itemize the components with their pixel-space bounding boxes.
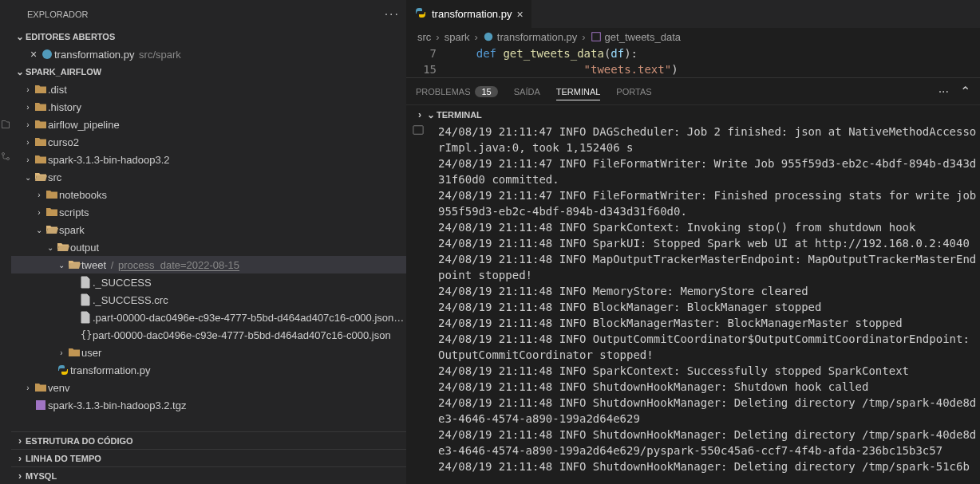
chevron-right-icon: › [22, 85, 34, 94]
tree-item[interactable]: ._SUCCESS.crc [11, 291, 406, 309]
source-control-icon[interactable] [1, 151, 10, 161]
tree-item-label: transformation.py [70, 364, 406, 376]
tree-item[interactable]: {}part-00000-dac0496e-c93e-4777-b5bd-d46… [11, 326, 406, 344]
tree-item-label: .history [48, 101, 406, 113]
breadcrumb-src[interactable]: src [417, 31, 431, 43]
chevron-down-icon: ⌄ [34, 226, 45, 234]
tree-item-label: tweet / process_date=2022-08-15 [81, 259, 406, 271]
more-actions-icon[interactable]: ··· [939, 85, 949, 99]
terminal-output[interactable]: 24/08/19 21:11:47 INFO DAGScheduler: Job… [433, 124, 980, 484]
chevron-right-icon: › [22, 155, 34, 164]
chevron-right-icon: › [34, 208, 45, 217]
line-number: 7 [406, 45, 449, 61]
chevron-right-icon: › [22, 384, 34, 392]
tree-item-label: spark-3.1.3-bin-hadoop3.2.tgz [48, 399, 406, 411]
tree-item-label: airflow_pipeline [48, 119, 406, 131]
workspace-section[interactable]: ⌄ SPARK_AIRFLOW [11, 63, 406, 81]
tree-item-label: user [81, 347, 406, 359]
chevron-right-icon: › [14, 435, 26, 447]
svg-point-0 [2, 153, 5, 155]
folder-open-icon [56, 241, 70, 254]
breadcrumb-file[interactable]: transformation.py [497, 31, 577, 43]
activity-bar [0, 0, 11, 484]
file-icon [78, 293, 93, 306]
timeline-label: LINHA DO TEMPO [26, 454, 101, 463]
breadcrumb-spark[interactable]: spark [445, 31, 470, 43]
python-icon [40, 48, 54, 61]
tree-item[interactable]: spark-3.1.3-bin-hadoop3.2.tgz [11, 396, 406, 414]
timeline-section[interactable]: › LINHA DO TEMPO [11, 449, 406, 466]
python-icon [483, 31, 494, 42]
tab-ports[interactable]: PORTAS [616, 87, 651, 96]
chevron-right-icon: › [34, 191, 45, 199]
close-icon[interactable]: × [516, 8, 523, 21]
outline-section[interactable]: › ESTRUTURA DO CÓDIGO [11, 431, 406, 449]
tree-item[interactable]: .part-00000-dac0496e-c93e-4777-b5bd-d464… [11, 309, 406, 326]
tree-item[interactable]: ⌄src [11, 168, 406, 186]
tree-item-label: .dist [48, 84, 406, 96]
open-editor-path: src/spark [139, 49, 181, 61]
tree-item[interactable]: ›spark-3.1.3-bin-hadoop3.2 [11, 151, 406, 168]
more-actions-icon[interactable]: ··· [385, 7, 400, 22]
chevron-down-icon: ⌄ [45, 243, 56, 252]
tree-item-label: .part-00000-dac0496e-c93e-4777-b5bd-d464… [93, 312, 406, 324]
file-icon [78, 276, 93, 289]
tree-item[interactable]: ›.history [11, 98, 406, 116]
folder-icon [34, 153, 48, 166]
folder-icon [34, 118, 48, 131]
tree-item[interactable]: ›scripts [11, 203, 406, 221]
tree-item[interactable]: ›curso2 [11, 133, 406, 151]
tree-item[interactable]: ›notebooks [11, 186, 406, 203]
chevron-down-icon: ⌄ [22, 173, 34, 182]
file-tree: ›.dist›.history›airflow_pipeline›curso2›… [11, 81, 406, 431]
tree-item[interactable]: ›user [11, 344, 406, 361]
tree-item[interactable]: transformation.py [11, 361, 406, 379]
tree-item[interactable]: ›.dist [11, 81, 406, 98]
breadcrumb-symbol[interactable]: get_tweets_data [605, 31, 681, 43]
terminal-group-header[interactable]: › ⌄ TERMINAL [406, 104, 980, 124]
svg-point-1 [7, 158, 10, 160]
explorer-icon[interactable] [1, 120, 10, 129]
tree-item-label: notebooks [59, 189, 406, 201]
tree-item[interactable]: ›airflow_pipeline [11, 116, 406, 133]
terminal-group-label: TERMINAL [437, 110, 482, 120]
chevron-right-icon: › [22, 103, 34, 112]
mysql-section[interactable]: › MYSQL [11, 466, 406, 484]
tree-item-label: ._SUCCESS [93, 277, 406, 289]
svg-rect-4 [36, 400, 45, 410]
tree-item[interactable]: ›venv [11, 379, 406, 396]
explorer-header: EXPLORADOR ··· [11, 0, 406, 28]
svg-point-5 [484, 33, 493, 41]
tree-item-label: output [70, 242, 406, 254]
tree-item[interactable]: ._SUCCESS [11, 273, 406, 291]
editor-area: transformation.py × src › spark › transf… [406, 0, 980, 484]
tree-item[interactable]: ⌄output [11, 238, 406, 256]
tree-item-label: part-00000-dac0496e-c93e-4777-b5bd-d464a… [93, 329, 406, 341]
open-editors-section[interactable]: ⌄ EDITORES ABERTOS [11, 28, 406, 45]
tree-item-label: src [48, 171, 406, 183]
py-icon [56, 364, 70, 376]
tree-item[interactable]: ⌄spark [11, 221, 406, 238]
tab-transformation[interactable]: transformation.py × [406, 0, 532, 28]
code-editor[interactable]: 7 def get_tweets_data(df): 15 "tweets.te… [406, 45, 980, 77]
svg-point-2 [42, 49, 52, 59]
outline-label: ESTRUTURA DO CÓDIGO [26, 436, 133, 446]
open-editors-label: EDITORES ABERTOS [26, 32, 115, 41]
tab-output[interactable]: SAÍDA [514, 87, 540, 96]
tree-item[interactable]: ⌄tweet / process_date=2022-08-15 [11, 256, 406, 273]
workspace-label: SPARK_AIRFLOW [26, 67, 101, 77]
chevron-right-icon: › [580, 31, 587, 43]
tab-problems[interactable]: PROBLEMAS 15 [416, 86, 498, 97]
method-icon [591, 31, 602, 42]
close-icon[interactable]: × [27, 48, 40, 61]
mysql-label: MYSQL [26, 471, 57, 481]
chevron-right-icon: › [434, 31, 441, 43]
tree-item-label: spark-3.1.3-bin-hadoop3.2 [48, 154, 406, 166]
panel-tabs: PROBLEMAS 15 SAÍDA TERMINAL PORTAS ··· ⌃ [406, 78, 980, 104]
tree-item-label: venv [48, 382, 406, 394]
chevron-up-icon[interactable]: ⌃ [960, 84, 970, 99]
tab-terminal[interactable]: TERMINAL [556, 87, 601, 100]
folder-icon [45, 206, 59, 218]
breadcrumb[interactable]: src › spark › transformation.py › get_tw… [406, 28, 980, 45]
open-editor-item[interactable]: × transformation.py src/spark [11, 45, 406, 63]
